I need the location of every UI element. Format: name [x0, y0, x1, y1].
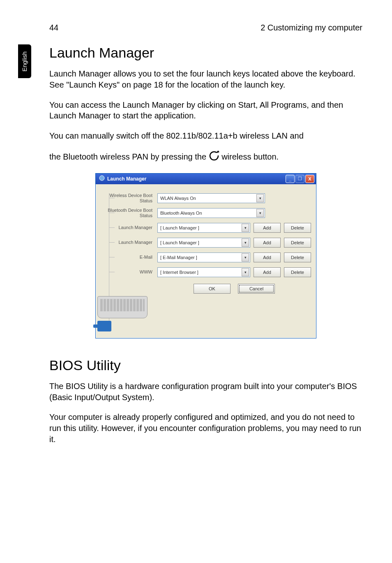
email-combo[interactable]: [ E-Mail Manager ] ▾	[157, 253, 250, 262]
window-title-text: Launch Manager	[107, 176, 146, 182]
chevron-down-icon: ▾	[242, 253, 249, 262]
ok-button[interactable]: OK	[194, 284, 231, 294]
svg-point-3	[99, 176, 104, 181]
bios-paragraph-2: Your computer is already properly config…	[49, 412, 362, 445]
add-button[interactable]: Add	[254, 238, 281, 248]
app-icon	[99, 175, 105, 182]
bios-paragraph-1: The BIOS Utility is a hardware configura…	[49, 381, 362, 403]
row-label: Bluetooth Device Boot Status	[99, 206, 155, 220]
delete-button[interactable]: Delete	[284, 253, 311, 262]
launch-paragraph-3a: You can manually switch off the 802.11b/…	[49, 130, 362, 141]
device-icon	[97, 321, 111, 331]
chevron-down-icon: ▾	[242, 239, 249, 247]
add-button[interactable]: Add	[254, 223, 281, 233]
page: English 44 2 Customizing my computer Lau…	[0, 0, 392, 563]
combo-value: [ E-Mail Manager ]	[160, 255, 197, 260]
close-button[interactable]: X	[305, 175, 314, 183]
form-row: [ E-Mail Manager ] ▾ Add Delete	[157, 250, 311, 265]
title-bar[interactable]: Launch Manager _ ❐ X	[96, 174, 316, 184]
combo-value: Bluetooth Always On	[160, 211, 202, 215]
tree-branch	[109, 213, 115, 213]
add-button[interactable]: Add	[254, 253, 281, 262]
minimize-button[interactable]: _	[286, 175, 295, 183]
tree-branch	[109, 198, 115, 198]
tree-branch	[109, 272, 115, 272]
window-title: Launch Manager	[99, 175, 146, 182]
form-row: [ Launch Manager ] ▾ Add Delete	[157, 220, 311, 235]
add-button[interactable]: Add	[254, 267, 281, 277]
row-label: WWW	[99, 265, 155, 280]
maximize-button[interactable]: ❐	[295, 175, 304, 183]
language-tab: English	[18, 44, 31, 78]
row-label: Launch Manager	[99, 220, 155, 235]
launch-paragraph-2: You can access the Launch Manager by cli…	[49, 100, 362, 122]
launch-manager-screenshot: Launch Manager _ ❐ X Wireless D	[49, 173, 362, 338]
tree-branch	[109, 257, 115, 257]
cancel-button[interactable]: Cancel	[238, 284, 275, 294]
dialog-body: Wireless Device Boot Status Bluetooth De…	[96, 184, 316, 338]
row-label: Wireless Device Boot Status	[99, 191, 155, 206]
combo-value: [ Internet Browser ]	[160, 270, 198, 275]
page-header: 44 2 Customizing my computer	[49, 23, 362, 32]
chevron-down-icon: ▾	[256, 209, 264, 217]
launch-paragraph-3b-prefix: the Bluetooth wireless PAN by pressing t…	[49, 152, 209, 161]
form-row: [ Launch Manager ] ▾ Add Delete	[157, 235, 311, 250]
delete-button[interactable]: Delete	[284, 223, 311, 233]
form-row: WLAN Always On ▾	[157, 191, 311, 206]
wireless-button-icon	[209, 151, 219, 164]
row-label: E-Mail	[99, 250, 155, 265]
combo-value: WLAN Always On	[160, 196, 196, 201]
launch-paragraph-3b: the Bluetooth wireless PAN by pressing t…	[49, 151, 362, 164]
tree-branch	[109, 227, 115, 228]
chevron-down-icon: ▾	[242, 224, 249, 232]
language-tab-label: English	[21, 51, 28, 71]
delete-button[interactable]: Delete	[284, 267, 311, 277]
launch-paragraph-1: Launch Manager allows you to set the fou…	[49, 68, 362, 90]
bluetooth-combo[interactable]: Bluetooth Always On ▾	[157, 208, 265, 218]
delete-button[interactable]: Delete	[284, 238, 311, 248]
combo-value: [ Launch Manager ]	[160, 225, 199, 230]
keyboard-icon	[97, 296, 148, 318]
row-label: Launch Manager	[99, 235, 155, 250]
combo-value: [ Launch Manager ]	[160, 240, 199, 245]
left-column: Wireless Device Boot Status Bluetooth De…	[99, 191, 155, 331]
launch-manager-heading: Launch Manager	[49, 45, 362, 61]
bios-utility-heading: BIOS Utility	[49, 357, 362, 373]
launch-manager-window: Launch Manager _ ❐ X Wireless D	[95, 173, 316, 338]
wlan-combo[interactable]: WLAN Always On ▾	[157, 193, 265, 203]
chevron-down-icon: ▾	[242, 268, 249, 276]
tree-branch	[109, 242, 115, 243]
page-number: 44	[49, 23, 58, 32]
www-combo[interactable]: [ Internet Browser ] ▾	[157, 267, 250, 277]
right-column: WLAN Always On ▾ Bluetooth Always On ▾	[157, 191, 311, 331]
form-row: [ Internet Browser ] ▾ Add Delete	[157, 265, 311, 280]
launch1-combo[interactable]: [ Launch Manager ] ▾	[157, 223, 250, 233]
launch-paragraph-3b-suffix: wireless button.	[221, 152, 279, 161]
ok-cancel-row: OK Cancel	[157, 280, 311, 295]
chevron-down-icon: ▾	[256, 194, 264, 202]
chapter-title: 2 Customizing my computer	[261, 23, 362, 32]
keyboard-illustration	[97, 296, 155, 331]
form-row: Bluetooth Always On ▾	[157, 206, 311, 220]
launch2-combo[interactable]: [ Launch Manager ] ▾	[157, 238, 250, 248]
